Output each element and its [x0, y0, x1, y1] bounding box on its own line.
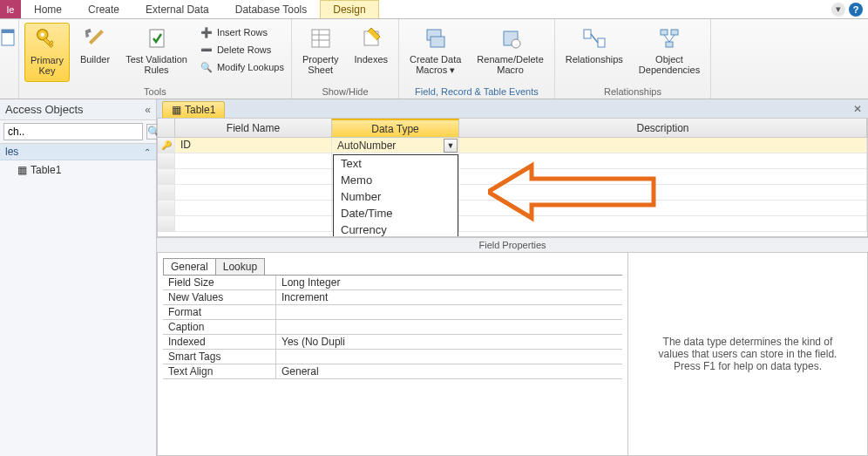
create-data-macros-button[interactable]: Create Data Macros ▾ [404, 23, 466, 82]
builder-icon [81, 24, 109, 52]
property-sheet-icon [307, 24, 335, 52]
field-properties-help: The data type determines the kind of val… [628, 253, 867, 455]
test-validation-button[interactable]: Test Validation Rules [120, 23, 193, 82]
table-icon: ▦ [17, 164, 27, 176]
dropdown-item[interactable]: Number [334, 188, 458, 205]
create-data-macros-label: Create Data Macros ▾ [410, 54, 461, 75]
dropdown-item[interactable]: Currency [334, 221, 458, 237]
collapse-section-icon: ⌃ [144, 147, 151, 157]
table-row[interactable]: 🔑 ID AutoNumber ▼ [158, 138, 867, 153]
field-property-name: Caption [163, 320, 276, 334]
table-row[interactable] [158, 185, 867, 201]
row-selector-header[interactable] [158, 119, 175, 137]
tab-external-data[interactable]: External Data [132, 0, 222, 18]
relationships-group-label: Relationships [560, 85, 705, 99]
field-property-row[interactable]: Smart Tags [163, 350, 622, 364]
test-validation-label: Test Validation Rules [125, 54, 187, 75]
field-property-value[interactable] [276, 305, 622, 319]
main-area: ▦ Table1 ✕ Field Name Data Type Descript… [157, 99, 868, 456]
search-input[interactable] [3, 123, 143, 140]
nav-title: Access Objects [5, 103, 84, 116]
svg-line-19 [591, 34, 598, 43]
dropdown-item[interactable]: Date/Time [334, 205, 458, 221]
indexes-button[interactable]: Indexes [349, 23, 394, 82]
nav-section-tables[interactable]: les ⌃ [0, 144, 156, 160]
field-property-name: New Values [163, 290, 276, 304]
field-property-row[interactable]: Format [163, 305, 622, 320]
data-type-dropdown[interactable]: TextMemoNumberDate/TimeCurrencyAutoNumbe… [333, 154, 458, 237]
data-macros-icon [422, 24, 450, 52]
modify-lookups-icon: 🔍 [200, 60, 214, 74]
field-property-value[interactable]: Yes (No Dupli [276, 335, 622, 349]
dropdown-item[interactable]: Memo [334, 172, 458, 188]
nav-item-label: Table1 [31, 164, 61, 176]
property-sheet-label: Property Sheet [302, 54, 339, 75]
fp-tab-lookup[interactable]: Lookup [216, 258, 265, 275]
svg-rect-8 [312, 30, 329, 47]
field-property-value[interactable]: Increment [276, 290, 622, 304]
svg-rect-7 [150, 30, 164, 47]
column-description[interactable]: Description [459, 119, 867, 137]
column-field-name[interactable]: Field Name [175, 119, 332, 137]
data-type-dropdown-button[interactable]: ▼ [444, 139, 458, 153]
table-row[interactable] [158, 201, 867, 216]
rename-delete-macro-label: Rename/Delete Macro [477, 54, 543, 75]
table-row[interactable] [158, 169, 867, 185]
delete-rows-label: Delete Rows [217, 44, 271, 55]
dropdown-item[interactable]: Text [334, 155, 458, 172]
fp-tab-general[interactable]: General [163, 258, 216, 275]
nav-collapse-icon[interactable]: « [145, 104, 151, 116]
field-property-row[interactable]: Caption [163, 320, 622, 335]
tab-create[interactable]: Create [75, 0, 132, 18]
row-selector[interactable]: 🔑 [158, 138, 175, 153]
data-type-value: AutoNumber [337, 140, 396, 152]
property-sheet-button[interactable]: Property Sheet [297, 23, 344, 82]
modify-lookups-button[interactable]: 🔍Modify Lookups [198, 59, 286, 75]
relationships-button[interactable]: Relationships [560, 23, 628, 82]
tab-database-tools[interactable]: Database Tools [222, 0, 321, 18]
help-icon[interactable]: ? [849, 3, 863, 17]
field-name-cell[interactable]: ID [175, 138, 332, 153]
field-property-name: Format [163, 305, 276, 319]
indexes-icon [357, 24, 385, 52]
tools-group-label: Tools [24, 85, 286, 99]
delete-rows-button[interactable]: ➖Delete Rows [198, 42, 286, 58]
object-dependencies-button[interactable]: Object Dependencies [634, 23, 705, 82]
table-row[interactable] [158, 153, 867, 169]
svg-rect-1 [2, 30, 14, 33]
field-property-value[interactable] [276, 320, 622, 334]
svg-rect-20 [661, 30, 668, 35]
document-tab-table1[interactable]: ▦ Table1 [162, 101, 225, 118]
rename-delete-macro-button[interactable]: Rename/Delete Macro [471, 23, 548, 82]
field-property-row[interactable]: IndexedYes (No Dupli [163, 335, 622, 350]
tab-design[interactable]: Design [320, 0, 378, 18]
primary-key-button[interactable]: Primary Key [24, 23, 70, 82]
document-close-button[interactable]: ✕ [851, 102, 865, 116]
field-property-value[interactable]: General [276, 364, 622, 378]
field-property-row[interactable]: New ValuesIncrement [163, 290, 622, 305]
document-tabs: ▦ Table1 ✕ [157, 99, 868, 118]
field-property-value[interactable]: Long Integer [276, 276, 622, 289]
builder-button[interactable]: Builder [75, 23, 115, 82]
svg-line-24 [669, 35, 675, 42]
description-cell[interactable] [459, 138, 867, 153]
svg-line-23 [664, 35, 669, 42]
tab-home[interactable]: Home [21, 0, 75, 18]
file-tab[interactable]: le [0, 0, 21, 18]
navigation-pane: Access Objects « 🔍 les ⌃ ▦ Table1 [0, 99, 157, 456]
data-type-cell[interactable]: AutoNumber ▼ [332, 138, 459, 153]
table-row[interactable] [158, 216, 867, 232]
object-deps-icon [655, 24, 683, 52]
field-properties-bar: Field Properties [157, 237, 868, 252]
field-properties-pane: General Lookup Field SizeLong IntegerNew… [157, 252, 868, 456]
field-property-value[interactable] [276, 350, 622, 364]
field-property-row[interactable]: Text AlignGeneral [163, 364, 622, 379]
primary-key-label: Primary Key [31, 55, 64, 76]
nav-item-table1[interactable]: ▦ Table1 [0, 160, 156, 180]
column-data-type[interactable]: Data Type [332, 119, 459, 137]
minimize-ribbon-icon[interactable]: ▾ [831, 3, 845, 17]
field-property-row[interactable]: Field SizeLong Integer [163, 276, 622, 290]
insert-rows-button[interactable]: ➕Insert Rows [198, 24, 286, 40]
showhide-group-label: Show/Hide [297, 85, 393, 99]
svg-rect-14 [431, 37, 444, 47]
